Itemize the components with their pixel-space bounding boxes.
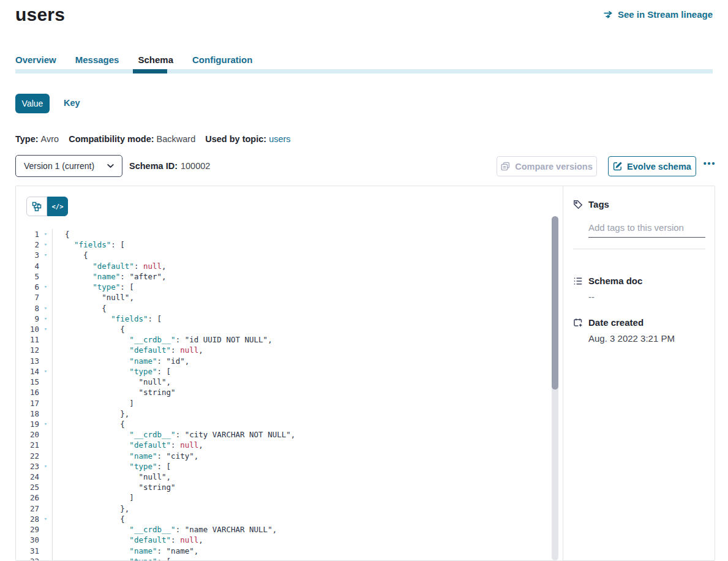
code-line: 26 ] xyxy=(16,492,550,503)
line-number: 14 xyxy=(16,366,39,377)
line-number: 30 xyxy=(16,535,39,545)
fold-spacer xyxy=(39,546,52,556)
version-select-value: Version 1 (current) xyxy=(24,161,94,171)
type-label: Type: xyxy=(15,134,39,144)
code-line: 6▾ "type": [ xyxy=(16,282,550,292)
fold-toggle-icon[interactable]: ▾ xyxy=(39,303,52,314)
code-view-icon: </> xyxy=(52,203,64,210)
code-text: "default": null, xyxy=(52,535,550,545)
schema-code-editor[interactable]: 1▾{2▾ "fields": [3▾ {4 "default": null,5… xyxy=(16,229,550,560)
code-text: "default": null, xyxy=(52,440,550,450)
code-text: "type": [ xyxy=(52,366,550,377)
line-number: 32 xyxy=(16,556,39,560)
code-line: 12 "default": null, xyxy=(16,345,550,355)
code-line: 18 }, xyxy=(16,409,550,419)
value-toggle-button[interactable]: Value xyxy=(15,94,50,113)
schema-sidebar: Tags Schema doc -- Date created xyxy=(563,186,715,560)
code-text: { xyxy=(52,514,550,524)
version-select[interactable]: Version 1 (current) xyxy=(15,155,122,177)
fold-toggle-icon[interactable]: ▾ xyxy=(39,461,52,472)
compare-versions-button[interactable]: Compare versions xyxy=(497,156,597,176)
schema-id-field: Schema ID:100002 xyxy=(129,155,210,177)
code-line: 5 "name": "after", xyxy=(16,271,550,282)
code-line: 30 "default": null, xyxy=(16,535,550,545)
tab-schema[interactable]: Schema xyxy=(138,55,173,65)
fold-toggle-icon[interactable]: ▾ xyxy=(39,514,52,524)
code-text: { xyxy=(52,324,550,334)
evolve-schema-button[interactable]: Evolve schema xyxy=(608,156,696,176)
fold-toggle-icon[interactable]: ▾ xyxy=(39,314,52,324)
code-text: }, xyxy=(52,503,550,514)
line-number: 6 xyxy=(16,282,39,292)
code-line: 22 "name": "city", xyxy=(16,451,550,461)
tab-configuration[interactable]: Configuration xyxy=(192,55,252,65)
line-number: 4 xyxy=(16,261,39,271)
code-text: ] xyxy=(52,492,550,503)
code-line: 19▾ { xyxy=(16,419,550,429)
stream-lineage-label: See in Stream lineage xyxy=(618,9,713,20)
code-text: "name": "id", xyxy=(52,356,550,366)
fold-spacer xyxy=(39,429,52,440)
tab-underline-track xyxy=(15,69,713,73)
fold-spacer xyxy=(39,524,52,535)
code-text: "__crdb__": "city VARCHAR NOT NULL", xyxy=(52,429,550,440)
line-number: 28 xyxy=(16,514,39,524)
fold-toggle-icon[interactable]: ▾ xyxy=(39,229,52,239)
line-number: 20 xyxy=(16,429,39,440)
stream-lineage-link[interactable]: See in Stream lineage xyxy=(603,9,713,20)
fold-spacer xyxy=(39,440,52,450)
tree-view-button[interactable] xyxy=(26,197,47,216)
code-text: }, xyxy=(52,409,550,419)
fold-spacer xyxy=(39,271,52,282)
stream-lineage-icon xyxy=(603,10,614,19)
editor-view-toggle: </> xyxy=(26,197,68,216)
line-number: 2 xyxy=(16,239,39,250)
editor-scrollbar-track[interactable] xyxy=(552,216,558,560)
code-line: 4 "default": null, xyxy=(16,261,550,271)
key-toggle-button[interactable]: Key xyxy=(64,98,80,108)
chevron-down-icon xyxy=(107,164,114,168)
line-number: 8 xyxy=(16,303,39,314)
topic-link[interactable]: users xyxy=(269,134,290,144)
compare-icon xyxy=(501,162,510,171)
fold-toggle-icon[interactable]: ▾ xyxy=(39,250,52,260)
editor-scrollbar-thumb[interactable] xyxy=(552,216,558,390)
code-line: 15 "null", xyxy=(16,377,550,387)
date-created-value: Aug. 3 2022 3:21 PM xyxy=(588,333,675,344)
code-text: "null", xyxy=(52,377,550,387)
fold-toggle-icon[interactable]: ▾ xyxy=(39,324,52,334)
code-view-button[interactable]: </> xyxy=(47,197,68,216)
tree-view-icon xyxy=(32,201,42,211)
code-line: 21 "default": null, xyxy=(16,440,550,450)
line-number: 12 xyxy=(16,345,39,355)
tags-input[interactable] xyxy=(588,220,705,238)
tab-messages[interactable]: Messages xyxy=(75,55,119,65)
schema-panel: </> 1▾{2▾ "fields": [3▾ {4 "default": nu… xyxy=(15,186,715,561)
more-options-button[interactable]: ••• xyxy=(699,154,720,173)
code-text: "name": "after", xyxy=(52,271,550,282)
fold-toggle-icon[interactable]: ▾ xyxy=(39,419,52,429)
fold-toggle-icon[interactable]: ▾ xyxy=(39,239,52,250)
fold-toggle-icon[interactable]: ▾ xyxy=(39,366,52,377)
line-number: 7 xyxy=(16,292,39,303)
code-text: { xyxy=(52,419,550,429)
tab-overview[interactable]: Overview xyxy=(15,55,56,65)
code-text: { xyxy=(52,303,550,314)
fold-spacer xyxy=(39,377,52,387)
code-text: "__crdb__": "name VARCHAR NULL", xyxy=(52,524,550,535)
type-field: Type:Avro xyxy=(15,134,59,144)
fold-toggle-icon[interactable]: ▾ xyxy=(39,556,52,560)
code-line: 3▾ { xyxy=(16,250,550,260)
list-icon xyxy=(573,276,583,286)
line-number: 25 xyxy=(16,482,39,492)
line-number: 17 xyxy=(16,398,39,409)
line-number: 1 xyxy=(16,229,39,239)
line-number: 9 xyxy=(16,314,39,324)
code-line: 25 "string" xyxy=(16,482,550,492)
line-number: 15 xyxy=(16,377,39,387)
code-line: 9▾ "fields": [ xyxy=(16,314,550,324)
fold-toggle-icon[interactable]: ▾ xyxy=(39,282,52,292)
code-text: "default": null, xyxy=(52,345,550,355)
fold-spacer xyxy=(39,472,52,482)
code-line: 7 "null", xyxy=(16,292,550,303)
